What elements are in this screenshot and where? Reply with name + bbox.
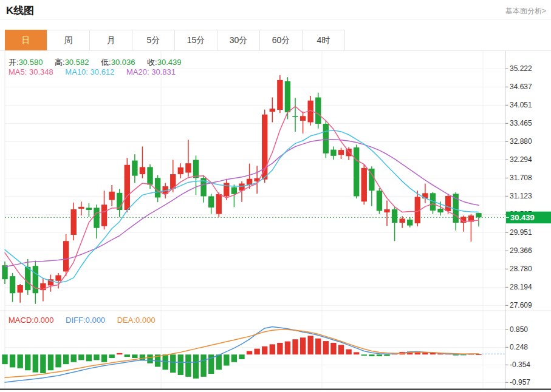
macd-info-row: MACD:0.000 DIFF:0.000 DEA:0.000 <box>9 316 156 325</box>
svg-text:0.248: 0.248 <box>510 343 528 351</box>
svg-text:28.194: 28.194 <box>510 283 532 291</box>
svg-text:31.123: 31.123 <box>510 192 532 200</box>
svg-text:28.780: 28.780 <box>510 265 532 273</box>
ma20-info: MA20: 30.831 <box>126 67 176 76</box>
svg-text:34.637: 34.637 <box>510 83 532 91</box>
svg-text:30.439: 30.439 <box>510 213 535 222</box>
svg-text:-0.957: -0.957 <box>510 378 530 387</box>
svg-text:32.880: 32.880 <box>510 137 532 146</box>
open-label: 开: <box>9 58 19 67</box>
svg-text:34.051: 34.051 <box>510 101 532 109</box>
svg-text:35.222: 35.222 <box>510 64 532 73</box>
high-label: 高: <box>55 58 65 67</box>
svg-text:33.465: 33.465 <box>510 119 532 127</box>
svg-text:0.850: 0.850 <box>510 325 528 334</box>
svg-text:27.609: 27.609 <box>510 301 532 309</box>
open-value: 30.580 <box>19 58 43 67</box>
diff-value: DIFF:0.000 <box>66 316 105 325</box>
svg-text:-0.354: -0.354 <box>510 360 530 369</box>
close-label: 收: <box>147 58 157 67</box>
ma-info-row: MA5: 30.348 MA10: 30.612 MA20: 30.831 <box>9 67 176 76</box>
ohlc-info-row: 开:30.580 高:30.582 低:30.036 收:30.439 <box>9 57 191 68</box>
high-value: 30.582 <box>65 58 89 67</box>
ma5-info: MA5: 30.348 <box>9 67 53 76</box>
close-value: 30.439 <box>157 58 182 67</box>
svg-text:32.294: 32.294 <box>510 155 532 164</box>
macd-value: MACD:0.000 <box>9 316 53 325</box>
svg-text:29.366: 29.366 <box>510 246 532 255</box>
svg-text:29.951: 29.951 <box>510 228 532 237</box>
low-value: 30.036 <box>111 58 135 67</box>
svg-text:31.708: 31.708 <box>510 174 532 182</box>
ma10-info: MA10: 30.612 <box>65 67 114 76</box>
low-label: 低: <box>101 58 111 67</box>
dea-value: DEA:0.000 <box>117 316 156 325</box>
price-badge: 30.439 <box>506 212 551 224</box>
